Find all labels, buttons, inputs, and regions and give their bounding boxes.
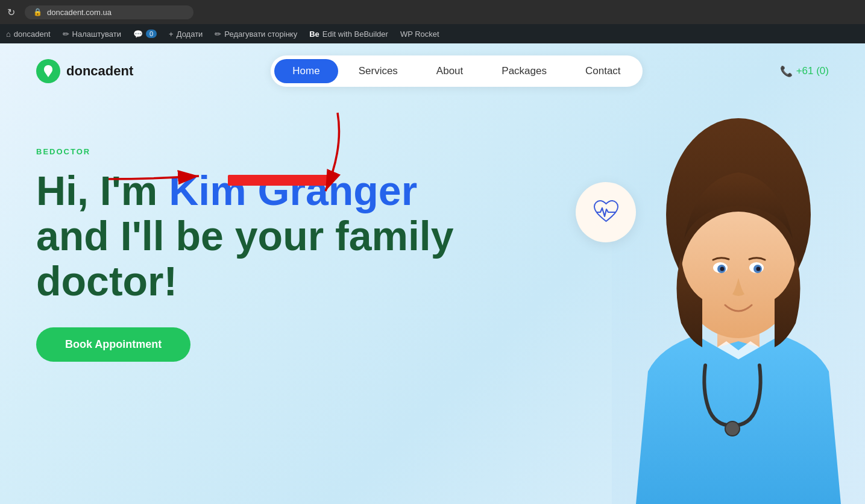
hero-content: BEDOCTOR Hi, I'm Kim Granger and I'll be…: [36, 111, 530, 362]
heart-rate-icon: [590, 196, 623, 229]
bedoctor-badge: BEDOCTOR: [36, 147, 530, 156]
phone-icon: 📞: [780, 65, 793, 78]
admin-bar: ⌂ doncadent ✏ Налаштувати 💬 0 + Додати ✏…: [0, 24, 865, 43]
annotation-red-bar: [228, 175, 330, 186]
wp-icon: ⌂: [6, 30, 11, 39]
hero-cta: Book Appointment: [36, 327, 530, 362]
add-icon: +: [169, 30, 174, 39]
bebuilder-icon: Be: [309, 30, 319, 39]
hero-title-part1: Hi, I'm: [36, 168, 169, 213]
address-bar[interactable]: 🔒 doncadent.com.ua: [25, 5, 193, 19]
comments-icon: 💬: [133, 30, 143, 39]
admin-edit-page[interactable]: ✏ Редагувати сторінку: [215, 30, 297, 39]
svg-point-12: [756, 267, 761, 271]
reload-button[interactable]: ↻: [7, 7, 15, 18]
website-content: doncadent Home Services About Packages C…: [0, 43, 865, 504]
nav-about[interactable]: About: [418, 59, 481, 83]
customize-icon: ✏: [63, 30, 69, 39]
admin-site-name[interactable]: ⌂ doncadent: [6, 30, 51, 39]
edit-icon: ✏: [215, 30, 221, 39]
book-appointment-button[interactable]: Book Appointment: [36, 327, 190, 362]
hero-title: Hi, I'm Kim Granger and I'll be your fam…: [36, 168, 530, 303]
admin-customize[interactable]: ✏ Налаштувати: [63, 30, 121, 39]
nav-contact[interactable]: Contact: [567, 59, 639, 83]
doctor-photo: [612, 118, 865, 504]
logo[interactable]: doncadent: [36, 59, 133, 83]
logo-text: doncadent: [66, 63, 133, 79]
admin-comments[interactable]: 💬 0: [133, 30, 157, 39]
svg-point-11: [720, 267, 725, 271]
phone-link[interactable]: 📞 +61 (0): [780, 65, 829, 78]
nav-home[interactable]: Home: [274, 59, 338, 83]
lock-icon: 🔒: [33, 8, 42, 16]
url-text: doncadent.com.ua: [47, 8, 112, 17]
nav-links: Home Services About Packages Contact: [271, 55, 642, 87]
navbar: doncadent Home Services About Packages C…: [0, 43, 865, 99]
nav-packages[interactable]: Packages: [483, 59, 565, 83]
admin-wprocket[interactable]: WP Rocket: [400, 30, 439, 39]
browser-chrome: ↻ 🔒 doncadent.com.ua: [0, 0, 865, 24]
svg-point-5: [725, 421, 740, 436]
doctor-illustration: [612, 118, 865, 504]
logo-icon: [36, 59, 60, 83]
admin-bebuilder[interactable]: Be Edit with BeBuilder: [309, 30, 388, 39]
admin-new[interactable]: + Додати: [169, 30, 203, 39]
nav-services[interactable]: Services: [341, 59, 416, 83]
heart-rate-bubble: [576, 182, 636, 242]
